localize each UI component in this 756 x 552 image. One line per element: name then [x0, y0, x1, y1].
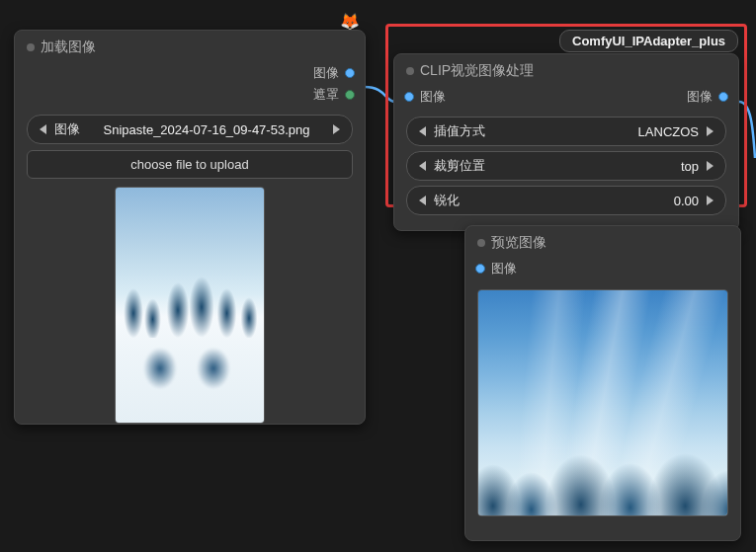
widget-value: Snipaste_2024-07-16_09-47-53.png	[88, 122, 325, 137]
port-label: 图像	[491, 260, 517, 277]
port-dot-icon[interactable]	[718, 92, 728, 102]
widget-label: 裁剪位置	[434, 157, 485, 175]
chevron-left-icon[interactable]	[40, 124, 46, 134]
node-load-image[interactable]: 加载图像 图像 遮罩 图像 Snipaste_2024-07-16_09-47-…	[14, 30, 366, 425]
widget-label: 锐化	[434, 192, 460, 209]
node-title: CLIP视觉图像处理	[420, 62, 534, 80]
image-preview	[477, 289, 728, 516]
node-header[interactable]: 预览图像	[465, 226, 740, 258]
widget-value: 0.00	[467, 194, 699, 208]
widget-value: top	[493, 159, 699, 174]
widget-label: 图像	[54, 120, 80, 138]
chevron-right-icon[interactable]	[707, 126, 714, 136]
button-label: choose file to upload	[130, 157, 248, 172]
fox-icon: 🦊	[340, 14, 360, 30]
interpolation-selector[interactable]: 插值方式 LANCZOS	[406, 117, 726, 146]
chevron-right-icon[interactable]	[707, 196, 714, 205]
collapse-dot-icon[interactable]	[27, 43, 35, 51]
port-dot-icon[interactable]	[475, 264, 485, 274]
node-title: 预览图像	[491, 234, 546, 252]
image-preview	[27, 187, 353, 424]
node-header[interactable]: 加载图像	[15, 31, 365, 62]
port-label: 图像	[420, 88, 446, 106]
output-port-image[interactable]: 图像	[687, 88, 728, 106]
node-header[interactable]: CLIP视觉图像处理	[394, 54, 738, 86]
chevron-left-icon[interactable]	[419, 196, 426, 205]
loaded-image-thumbnail	[116, 188, 264, 423]
node-clip-vision[interactable]: CLIP视觉图像处理 图像 图像 插值方式 LANCZOS 裁剪位置 top 锐…	[393, 53, 739, 231]
collapse-dot-icon[interactable]	[406, 67, 414, 75]
collapse-dot-icon[interactable]	[477, 239, 485, 247]
input-port-image[interactable]: 图像	[465, 258, 740, 279]
input-port-image[interactable]: 图像	[404, 88, 446, 106]
chevron-left-icon[interactable]	[419, 161, 426, 171]
port-label: 遮罩	[313, 86, 339, 104]
node-title: 加载图像	[41, 39, 96, 56]
node-preview-image[interactable]: 预览图像 图像	[464, 225, 741, 541]
chevron-right-icon[interactable]	[333, 124, 340, 134]
image-file-selector[interactable]: 图像 Snipaste_2024-07-16_09-47-53.png	[27, 115, 353, 144]
chevron-left-icon[interactable]	[419, 126, 426, 136]
sharpening-input[interactable]: 锐化 0.00	[406, 186, 726, 215]
port-dot-icon[interactable]	[345, 68, 355, 78]
chevron-right-icon[interactable]	[707, 161, 714, 171]
output-port-mask[interactable]: 遮罩	[15, 84, 365, 106]
node-type-badge: ComfyUI_IPAdapter_plus	[559, 30, 738, 52]
preview-image-thumbnail	[478, 290, 727, 515]
port-dot-icon[interactable]	[404, 92, 414, 102]
widget-label: 插值方式	[434, 122, 485, 140]
widget-value: LANCZOS	[493, 124, 699, 139]
port-label: 图像	[687, 88, 713, 106]
output-port-image[interactable]: 图像	[15, 62, 365, 84]
upload-button[interactable]: choose file to upload	[27, 150, 353, 179]
port-dot-icon[interactable]	[345, 90, 355, 100]
crop-position-selector[interactable]: 裁剪位置 top	[406, 151, 726, 181]
port-label: 图像	[313, 64, 339, 82]
